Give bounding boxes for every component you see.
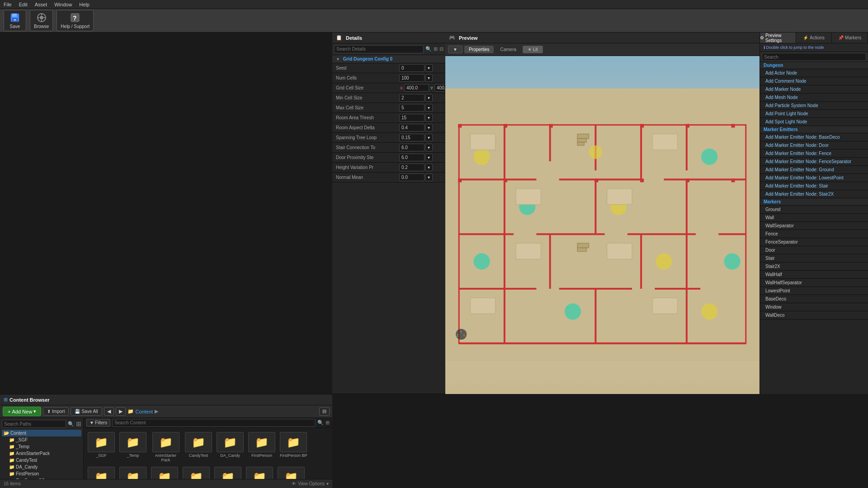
- dungeon-add-item[interactable]: Add Mesh Node: [760, 94, 868, 102]
- markers-search-input[interactable]: [762, 53, 866, 61]
- add-new-button[interactable]: + Add New ▾: [3, 407, 41, 416]
- field-dropdown[interactable]: ▾: [425, 74, 433, 82]
- field-dropdown[interactable]: ▾: [425, 94, 433, 102]
- list-item[interactable]: 📁 _SGF: [86, 431, 116, 464]
- field-dropdown[interactable]: ▾: [425, 134, 433, 141]
- marker-item[interactable]: WallDeco: [760, 311, 868, 319]
- list-item[interactable]: 📁 FirstPerson: [247, 431, 277, 464]
- marker-item[interactable]: WallHalfSeparator: [760, 279, 868, 287]
- marker-item[interactable]: WallSeparator: [760, 222, 868, 230]
- marker-item[interactable]: Door: [760, 246, 868, 254]
- y-input[interactable]: [434, 84, 445, 92]
- search-content-icon[interactable]: 🔍: [317, 420, 324, 426]
- list-item[interactable]: 📁 DA_Candy: [215, 431, 245, 464]
- marker-item[interactable]: Stair: [760, 254, 868, 263]
- search-content-options[interactable]: ⊞: [326, 420, 330, 426]
- back-button[interactable]: ◀: [104, 407, 114, 416]
- marker-item[interactable]: Stair2X: [760, 263, 868, 271]
- field-dropdown[interactable]: ▾: [425, 174, 433, 181]
- dungeon-add-item[interactable]: Add Marker Node: [760, 85, 868, 94]
- menu-edit[interactable]: Edit: [19, 2, 28, 7]
- tab-lit[interactable]: ☀ Lit: [523, 46, 543, 53]
- marker-item[interactable]: FenceSeparator: [760, 238, 868, 246]
- search-paths-icon[interactable]: 🔍: [68, 421, 74, 427]
- details-expand-icon[interactable]: ⊟: [439, 46, 443, 52]
- browse-button[interactable]: Browse: [30, 10, 53, 31]
- preview-viewport[interactable]: X Y Z: [445, 56, 760, 394]
- list-item[interactable]: 📁: [276, 465, 306, 479]
- preview-dropdown-btn[interactable]: ▼: [448, 46, 462, 53]
- field-dropdown[interactable]: ▾: [425, 144, 433, 151]
- marker-emitter-item[interactable]: Add Marker Emitter Node: Stair: [760, 182, 868, 190]
- dungeon-add-item[interactable]: Add Actor Node: [760, 69, 868, 77]
- menu-help[interactable]: Help: [79, 2, 90, 7]
- list-item[interactable]: 📁 Mannequin: [118, 465, 148, 479]
- details-search-input[interactable]: [334, 45, 424, 53]
- tree-item[interactable]: 📁 CandyTest: [2, 457, 81, 464]
- dungeon-add-item[interactable]: Add Comment Node: [760, 77, 868, 85]
- tree-item[interactable]: 📂 Content: [2, 430, 81, 436]
- list-item[interactable]: 📁 CandyTest: [184, 431, 213, 464]
- tree-item[interactable]: 📁 AnimStarterPack: [2, 450, 81, 457]
- filters-button[interactable]: ▼ Filters: [86, 419, 110, 427]
- field-dropdown[interactable]: ▾: [425, 154, 433, 161]
- field-input[interactable]: [399, 144, 425, 151]
- search-icon[interactable]: 🔍: [425, 46, 432, 52]
- field-dropdown[interactable]: ▾: [425, 114, 433, 122]
- field-dropdown[interactable]: ▾: [425, 104, 433, 112]
- menu-asset[interactable]: Asset: [35, 2, 47, 7]
- help-button[interactable]: ? Help / Support: [57, 10, 94, 31]
- marker-item[interactable]: LowestPoint: [760, 287, 868, 295]
- field-dropdown[interactable]: ▾: [425, 164, 433, 171]
- field-input[interactable]: [399, 134, 425, 141]
- menu-window[interactable]: Window: [54, 2, 72, 7]
- marker-item[interactable]: Fence: [760, 230, 868, 238]
- list-item[interactable]: 📁 _Temp: [118, 431, 148, 464]
- marker-item[interactable]: Ground: [760, 206, 868, 214]
- details-section-dungeon[interactable]: ▼ Grid Dungeon Config 0: [332, 55, 445, 63]
- field-input[interactable]: [399, 94, 425, 102]
- search-paths-input[interactable]: [2, 420, 66, 428]
- tree-item[interactable]: 📁 DA_Candy: [2, 464, 81, 470]
- list-item[interactable]: 📁 AnimStarter Pack: [150, 431, 182, 464]
- marker-emitter-item[interactable]: Add Marker Emitter Node: Door: [760, 141, 868, 150]
- list-item[interactable]: 📁 Sample_SF: [150, 465, 179, 479]
- list-item[interactable]: 📁 Geometry: [86, 465, 116, 479]
- tree-item[interactable]: 📁 FirstPerson: [2, 470, 81, 477]
- list-item[interactable]: 📁: [181, 465, 211, 479]
- marker-item[interactable]: Window: [760, 303, 868, 311]
- tab-markers[interactable]: 📌 Markers: [832, 33, 868, 43]
- tree-options-icon[interactable]: ⊞: [76, 420, 81, 427]
- list-item[interactable]: 📁: [213, 465, 243, 479]
- field-dropdown[interactable]: ▾: [425, 64, 433, 72]
- save-all-button[interactable]: 💾 Save All: [71, 407, 102, 416]
- field-dropdown[interactable]: ▾: [425, 124, 433, 131]
- marker-emitter-item[interactable]: Add Marker Emitter Node: BaseDeco: [760, 133, 868, 141]
- marker-item[interactable]: WallHalf: [760, 271, 868, 279]
- field-input[interactable]: [399, 74, 425, 82]
- dungeon-add-item[interactable]: Add Point Light Node: [760, 110, 868, 118]
- import-button[interactable]: ⬆ Import: [43, 407, 69, 416]
- list-item[interactable]: 📁: [245, 465, 274, 479]
- field-input[interactable]: [399, 154, 425, 161]
- field-input[interactable]: [399, 164, 425, 171]
- dungeon-add-item[interactable]: Add Spot Light Node: [760, 118, 868, 126]
- search-content-input[interactable]: [112, 419, 316, 427]
- details-options-icon[interactable]: ⊞: [434, 46, 438, 52]
- marker-emitter-item[interactable]: Add Marker Emitter Node: Fence: [760, 150, 868, 158]
- marker-emitter-item[interactable]: Add Marker Emitter Node: Ground: [760, 166, 868, 174]
- tree-item[interactable]: 📁 _Temp: [2, 443, 81, 450]
- marker-item[interactable]: BaseDeco: [760, 295, 868, 303]
- tab-preview-settings[interactable]: ⚙ Preview Settings: [760, 33, 796, 43]
- forward-button[interactable]: ▶: [116, 407, 126, 416]
- dungeon-add-item[interactable]: Add Particle System Node: [760, 102, 868, 110]
- collapse-button[interactable]: ⊟: [319, 407, 330, 416]
- field-input[interactable]: [399, 104, 425, 112]
- field-input[interactable]: [399, 124, 425, 131]
- tree-item[interactable]: 📁 _SGF: [2, 436, 81, 443]
- list-item[interactable]: 📁 FirstPerson BP: [278, 431, 309, 464]
- field-input[interactable]: [399, 64, 425, 72]
- marker-item[interactable]: Wall: [760, 214, 868, 222]
- save-button[interactable]: Save: [4, 10, 26, 31]
- x-input[interactable]: [404, 84, 429, 92]
